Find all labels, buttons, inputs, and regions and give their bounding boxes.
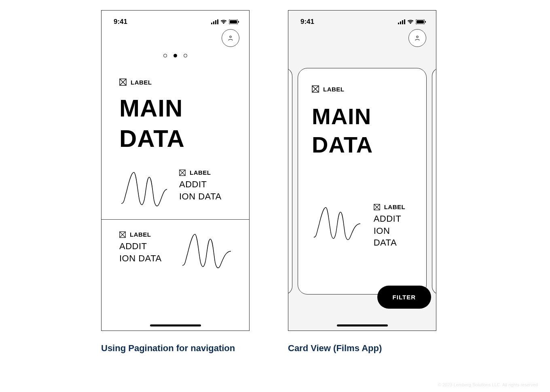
svg-rect-2 bbox=[215, 20, 216, 24]
user-icon bbox=[414, 35, 421, 41]
status-icons bbox=[211, 19, 239, 24]
label-row: LABEL bbox=[312, 85, 414, 93]
svg-rect-18 bbox=[400, 21, 401, 24]
main-data-title: MAIN DATA bbox=[312, 102, 414, 159]
label-text: LABEL bbox=[190, 169, 211, 176]
label-row: LABEL bbox=[119, 78, 233, 86]
svg-rect-3 bbox=[217, 19, 218, 24]
wave-chart-icon bbox=[180, 231, 233, 271]
status-bar: 9:41 bbox=[288, 11, 436, 28]
wave-chart-icon bbox=[119, 169, 168, 210]
pagination-dots[interactable] bbox=[102, 54, 249, 57]
placeholder-box-icon bbox=[119, 231, 126, 238]
svg-rect-5 bbox=[230, 20, 237, 23]
wifi-icon bbox=[407, 19, 414, 24]
phone-mock-cardview: 9:41 LABEL MAI bbox=[288, 10, 436, 331]
status-time: 9:41 bbox=[114, 18, 127, 26]
svg-rect-22 bbox=[417, 20, 424, 23]
label-row: LABEL bbox=[374, 203, 414, 210]
additional-data-text: ADDIT ION DATA bbox=[119, 240, 162, 264]
profile-avatar-button[interactable] bbox=[408, 29, 426, 47]
label-row: LABEL bbox=[119, 231, 162, 238]
label-text: LABEL bbox=[384, 203, 406, 210]
filter-button[interactable]: FILTER bbox=[377, 286, 431, 309]
svg-rect-20 bbox=[404, 19, 405, 24]
status-time: 9:41 bbox=[300, 18, 314, 26]
battery-icon bbox=[229, 19, 239, 24]
placeholder-box-icon bbox=[312, 85, 319, 93]
pagination-dot-active[interactable] bbox=[173, 54, 177, 57]
caption-left: Using Pagination for navigation bbox=[101, 343, 235, 354]
svg-point-7 bbox=[230, 36, 231, 38]
caption-right: Card View (Films App) bbox=[288, 343, 382, 354]
additional-data-row-2: LABEL ADDIT ION DATA bbox=[102, 220, 249, 271]
placeholder-box-icon bbox=[119, 78, 127, 86]
label-row: LABEL bbox=[179, 169, 222, 176]
wave-chart-icon bbox=[312, 203, 362, 244]
cellular-icon bbox=[398, 19, 405, 24]
svg-rect-6 bbox=[238, 21, 239, 23]
battery-icon bbox=[416, 19, 426, 24]
label-text: LABEL bbox=[131, 79, 152, 86]
svg-point-24 bbox=[417, 36, 418, 38]
wifi-icon bbox=[220, 19, 227, 24]
additional-data-row: LABEL ADDIT ION DATA bbox=[119, 169, 233, 210]
svg-rect-17 bbox=[398, 23, 399, 24]
label-text: LABEL bbox=[323, 86, 345, 93]
label-text: LABEL bbox=[130, 231, 151, 238]
additional-data-text: ADDIT ION DATA bbox=[374, 213, 414, 249]
card-peek-prev[interactable] bbox=[288, 68, 292, 295]
svg-rect-19 bbox=[402, 20, 403, 24]
svg-rect-1 bbox=[213, 21, 214, 24]
card-peek-next[interactable] bbox=[432, 68, 436, 295]
pagination-dot[interactable] bbox=[163, 54, 167, 57]
status-icons bbox=[398, 19, 426, 24]
cellular-icon bbox=[211, 19, 218, 24]
content-card[interactable]: LABEL MAIN DATA LABEL bbox=[298, 68, 427, 295]
svg-rect-0 bbox=[211, 23, 212, 24]
main-data-title: MAIN DATA bbox=[119, 93, 233, 154]
additional-data-row: LABEL ADDIT ION DATA bbox=[312, 203, 414, 249]
profile-avatar-button[interactable] bbox=[222, 29, 239, 47]
user-icon bbox=[227, 35, 234, 41]
placeholder-box-icon bbox=[179, 170, 186, 176]
footer-copyright: © 2023 Lemberg Solutions LLC. All rights… bbox=[438, 382, 538, 387]
status-bar: 9:41 bbox=[102, 11, 249, 28]
card-swiper[interactable]: LABEL MAIN DATA LABEL bbox=[288, 68, 436, 303]
svg-rect-23 bbox=[425, 21, 426, 23]
placeholder-box-icon bbox=[374, 204, 380, 210]
home-indicator[interactable] bbox=[150, 324, 201, 326]
home-indicator[interactable] bbox=[337, 324, 388, 326]
pagination-dot[interactable] bbox=[184, 54, 187, 57]
phone-mock-pagination: 9:41 LABEL MA bbox=[101, 10, 250, 331]
additional-data-text: ADDIT ION DATA bbox=[179, 178, 222, 202]
